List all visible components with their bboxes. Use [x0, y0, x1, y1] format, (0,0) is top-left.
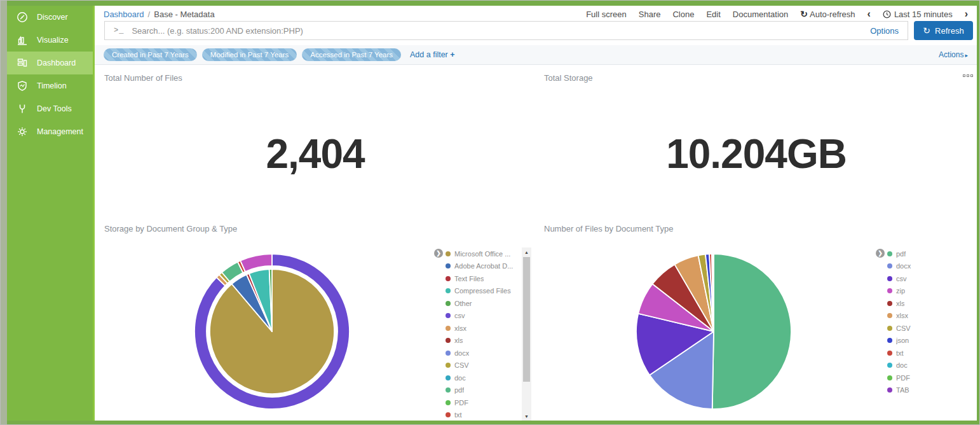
legend-item-CSV[interactable]: CSV — [887, 322, 962, 335]
top-bar: Dashboard / Base - Metadata Full screen … — [95, 6, 977, 22]
breadcrumb-dashboard-link[interactable]: Dashboard — [104, 10, 144, 19]
files-chart-legend: pdfdocxcsvzipxlsxlsxCSVjsontxtdocPDFTAB — [887, 247, 962, 396]
legend-label: txt — [454, 411, 462, 419]
dashboard-grid-icon — [16, 57, 29, 69]
legend-dot-icon — [887, 363, 892, 368]
legend-item-PDF[interactable]: PDF — [446, 396, 521, 409]
share-button[interactable]: Share — [639, 10, 661, 19]
legend-dot-icon — [446, 338, 451, 343]
legend-item-csv[interactable]: csv — [887, 272, 962, 285]
panel-title-files-by-type: Number of Files by Document Type — [544, 224, 674, 233]
panel-menu-icon[interactable] — [963, 74, 973, 77]
legend-label: csv — [896, 275, 907, 282]
legend-dot-icon — [446, 387, 451, 393]
legend-dot-icon — [887, 351, 892, 356]
legend-item-CSV[interactable]: CSV — [446, 359, 521, 372]
clock-icon — [883, 10, 891, 18]
sidebar-item-dev-tools[interactable]: Dev Tools — [7, 97, 93, 120]
legend-dot-icon — [887, 288, 892, 293]
scroll-down-icon[interactable]: ▼ — [522, 412, 531, 421]
pie-slice-pdf[interactable] — [712, 254, 791, 409]
filter-pill-created[interactable]: Created in Past 7 Years — [104, 48, 197, 61]
legend-label: zip — [896, 287, 905, 295]
query-prompt-icon: >_ — [114, 26, 124, 35]
legend-item-Adobe Acrobat D...[interactable]: Adobe Acrobat D... — [446, 260, 521, 273]
legend-label: csv — [454, 312, 465, 319]
legend-item-doc[interactable]: doc — [887, 359, 962, 372]
options-link[interactable]: Options — [862, 26, 899, 36]
legend-toggle-icon[interactable]: ❯ — [434, 249, 443, 258]
search-input[interactable] — [132, 26, 862, 36]
legend-dot-icon — [887, 326, 892, 331]
clone-button[interactable]: Clone — [672, 10, 694, 19]
legend-item-TAB[interactable]: TAB — [887, 384, 962, 397]
legend-item-xlsx[interactable]: xlsx — [446, 322, 521, 335]
legend-label: CSV — [896, 324, 911, 332]
legend-item-xlsx[interactable]: xlsx — [887, 310, 962, 323]
sidebar-item-dashboard[interactable]: Dashboard — [7, 52, 93, 74]
time-range-label: Last 15 minutes — [894, 10, 953, 19]
legend-scrollbar[interactable]: ▲ ▼ — [522, 247, 531, 421]
legend-item-json[interactable]: json — [887, 335, 962, 347]
kibana-dashboard-screen: Discover Visualize Dashboard — [0, 0, 980, 425]
sidebar: Discover Visualize Dashboard — [7, 6, 95, 421]
time-back-chevron-icon[interactable]: ‹ — [868, 9, 871, 19]
add-filter-link[interactable]: Add a filter + — [410, 50, 455, 59]
fullscreen-button[interactable]: Full screen — [586, 10, 627, 19]
legend-item-Microsoft Office ...[interactable]: Microsoft Office ... — [446, 247, 521, 260]
time-forward-chevron-icon[interactable]: › — [965, 9, 968, 19]
filter-pill-accessed[interactable]: Accessed in Past 7 Years — [302, 48, 401, 61]
legend-item-docx[interactable]: docx — [446, 347, 521, 359]
legend-item-txt[interactable]: txt — [887, 347, 962, 359]
legend-item-doc[interactable]: doc — [446, 372, 521, 384]
legend-item-xls[interactable]: xls — [446, 335, 521, 347]
time-picker[interactable]: Last 15 minutes — [883, 10, 953, 19]
sidebar-item-discover[interactable]: Discover — [7, 6, 93, 29]
legend-item-pdf[interactable]: pdf — [887, 247, 962, 260]
caret-right-icon: ▸ — [965, 52, 968, 59]
scroll-up-icon[interactable]: ▲ — [522, 247, 531, 256]
edit-button[interactable]: Edit — [706, 10, 720, 19]
shield-icon — [16, 80, 29, 92]
legend-item-Compressed Files[interactable]: Compressed Files — [446, 285, 521, 298]
panel-title-storage-by-type: Storage by Document Group & Type — [104, 224, 237, 233]
legend-item-docx[interactable]: docx — [887, 260, 962, 273]
storage-donut-chart[interactable] — [194, 254, 350, 409]
gear-icon — [16, 125, 29, 138]
legend-item-zip[interactable]: zip — [887, 285, 962, 298]
legend-label: xls — [896, 300, 904, 307]
plus-icon: + — [450, 50, 454, 59]
legend-toggle-icon[interactable]: ❯ — [876, 249, 885, 258]
legend-label: xlsx — [896, 312, 908, 319]
filter-actions-link[interactable]: Actions▸ — [939, 50, 968, 59]
legend-label: pdf — [896, 250, 906, 258]
sidebar-item-timelion[interactable]: Timelion — [7, 74, 93, 97]
legend-dot-icon — [446, 276, 451, 281]
legend-dot-icon — [446, 251, 451, 256]
sidebar-item-visualize[interactable]: Visualize — [7, 29, 93, 52]
legend-dot-icon — [446, 400, 451, 405]
refresh-button[interactable]: ↻ Refresh — [914, 21, 973, 40]
sidebar-label: Dev Tools — [37, 104, 72, 113]
auto-refresh-button[interactable]: ↻ Auto-refresh — [800, 9, 855, 19]
scrollbar-thumb[interactable] — [523, 257, 530, 382]
legend-item-PDF[interactable]: PDF — [887, 372, 962, 384]
legend-dot-icon — [446, 263, 451, 268]
legend-label: Adobe Acrobat D... — [454, 262, 513, 270]
sidebar-label: Dashboard — [37, 59, 76, 67]
legend-item-txt[interactable]: txt — [446, 409, 521, 422]
metric-total-storage: 10.204GB — [536, 130, 977, 178]
filter-pill-modified[interactable]: Modified in Past 7 Years — [202, 48, 297, 61]
legend-item-csv[interactable]: csv — [446, 310, 521, 323]
bar-chart-icon — [16, 34, 29, 46]
files-pie-chart[interactable] — [636, 254, 791, 409]
legend-item-pdf[interactable]: pdf — [446, 384, 521, 397]
documentation-link[interactable]: Documentation — [733, 10, 788, 19]
legend-label: PDF — [896, 374, 910, 382]
legend-label: docx — [896, 262, 911, 270]
legend-dot-icon — [887, 276, 892, 281]
legend-item-xls[interactable]: xls — [887, 297, 962, 310]
legend-item-Other[interactable]: Other — [446, 297, 521, 310]
legend-item-Text Files[interactable]: Text Files — [446, 272, 521, 285]
sidebar-item-management[interactable]: Management — [7, 120, 93, 143]
